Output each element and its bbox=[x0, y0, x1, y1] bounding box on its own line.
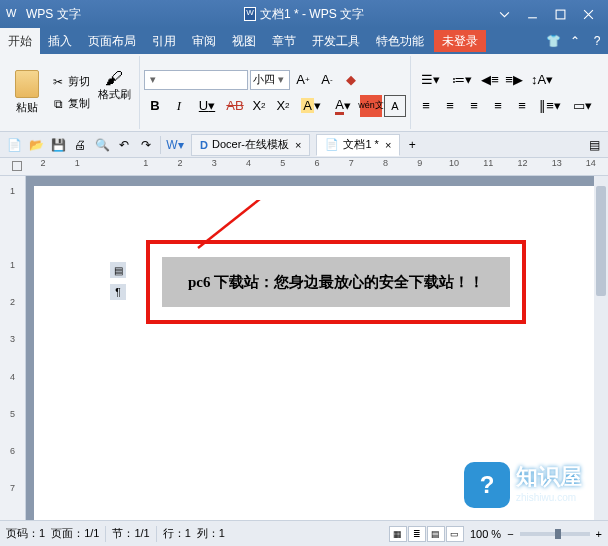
copy-icon: ⧉ bbox=[50, 96, 66, 112]
tab-layout[interactable]: 页面布局 bbox=[80, 28, 144, 54]
text-direction-button[interactable]: ↕A▾ bbox=[527, 69, 557, 91]
strike-button[interactable]: AB bbox=[224, 95, 246, 117]
wps-menu-button[interactable]: W▾ bbox=[165, 135, 185, 155]
ruler-tick: 12 bbox=[505, 158, 539, 175]
workspace: 11234567 ▤ ¶ pc6 下载站：您身边最放心的安全下载站！！ bbox=[0, 176, 608, 520]
align-distribute-button[interactable]: ≡ bbox=[511, 95, 533, 117]
ruler-tick: 11 bbox=[471, 158, 505, 175]
subscript-button[interactable]: X2 bbox=[272, 95, 294, 117]
grow-font-button[interactable]: A+ bbox=[292, 69, 314, 91]
font-size-select[interactable]: 小四▾ bbox=[250, 70, 290, 90]
minimize-ribbon-icon[interactable]: ⌃ bbox=[564, 34, 586, 48]
new-button[interactable]: 📄 bbox=[4, 135, 24, 155]
doc1-tab[interactable]: 📄文档1 *× bbox=[316, 134, 400, 156]
status-row[interactable]: 行：1 bbox=[163, 526, 191, 541]
status-col[interactable]: 列：1 bbox=[197, 526, 225, 541]
doc-title: 文档1 * - WPS 文字 bbox=[260, 6, 364, 23]
zoom-slider[interactable] bbox=[520, 532, 590, 536]
close-button[interactable] bbox=[574, 4, 602, 24]
undo-button[interactable]: ↶ bbox=[114, 135, 134, 155]
zoom-label[interactable]: 100 % bbox=[470, 528, 501, 540]
ruler-tick: 8 bbox=[368, 158, 402, 175]
clear-format-button[interactable]: ◆ bbox=[340, 69, 362, 91]
tab-insert[interactable]: 插入 bbox=[40, 28, 80, 54]
cut-button[interactable]: ✂剪切 bbox=[46, 71, 94, 93]
tab-list-button[interactable]: ▤ bbox=[584, 135, 604, 155]
decrease-indent-button[interactable]: ◀≡ bbox=[479, 69, 501, 91]
tab-review[interactable]: 审阅 bbox=[184, 28, 224, 54]
selected-text[interactable]: pc6 下载站：您身边最放心的安全下载站！！ bbox=[162, 257, 510, 307]
tab-view[interactable]: 视图 bbox=[224, 28, 264, 54]
open-button[interactable]: 📂 bbox=[26, 135, 46, 155]
copy-button[interactable]: ⧉复制 bbox=[46, 93, 94, 115]
bold-button[interactable]: B bbox=[144, 95, 166, 117]
docer-tab[interactable]: DDocer-在线模板× bbox=[191, 134, 310, 156]
print-preview-button[interactable]: 🔍 bbox=[92, 135, 112, 155]
ruler-tick: 3 bbox=[197, 158, 231, 175]
zoom-thumb[interactable] bbox=[555, 529, 561, 539]
skin-icon[interactable]: 👕 bbox=[542, 34, 564, 48]
ruler-tick: 9 bbox=[403, 158, 437, 175]
document-area: ▤ ¶ pc6 下载站：您身边最放心的安全下载站！！ bbox=[26, 176, 608, 520]
login-badge[interactable]: 未登录 bbox=[434, 30, 486, 52]
align-justify-button[interactable]: ≡ bbox=[487, 95, 509, 117]
font-name-select[interactable]: ▾ bbox=[144, 70, 248, 90]
scroll-thumb[interactable] bbox=[596, 186, 606, 296]
page[interactable]: ▤ ¶ pc6 下载站：您身边最放心的安全下载站！！ bbox=[34, 186, 598, 520]
help-icon[interactable]: ? bbox=[586, 34, 608, 48]
minimize-button[interactable] bbox=[518, 4, 546, 24]
underline-button[interactable]: U ▾ bbox=[192, 95, 222, 117]
align-center-button[interactable]: ≡ bbox=[439, 95, 461, 117]
view-web[interactable]: ▤ bbox=[427, 526, 445, 542]
bullets-button[interactable]: ☰▾ bbox=[415, 69, 445, 91]
format-painter-button[interactable]: 🖌格式刷 bbox=[94, 71, 135, 115]
paste-button[interactable]: 粘贴 bbox=[8, 56, 46, 129]
shading-button[interactable]: ▭▾ bbox=[567, 95, 597, 117]
tab-chapter[interactable]: 章节 bbox=[264, 28, 304, 54]
view-outline[interactable]: ≣ bbox=[408, 526, 426, 542]
quick-access-toolbar: 📄 📂 💾 🖨 🔍 ↶ ↷ W▾ DDocer-在线模板× 📄文档1 *× + … bbox=[0, 132, 608, 158]
view-reading[interactable]: ▭ bbox=[446, 526, 464, 542]
phonetic-guide-button[interactable]: wén文 bbox=[360, 95, 382, 117]
new-tab-button[interactable]: + bbox=[402, 135, 422, 155]
titlebar: W WPS 文字 W 文档1 * - WPS 文字 bbox=[0, 0, 608, 28]
ruler-tick: 2 bbox=[10, 297, 15, 334]
ruler-tick: 13 bbox=[540, 158, 574, 175]
print-button[interactable]: 🖨 bbox=[70, 135, 90, 155]
tab-special[interactable]: 特色功能 bbox=[368, 28, 432, 54]
save-button[interactable]: 💾 bbox=[48, 135, 68, 155]
view-print-layout[interactable]: ▦ bbox=[389, 526, 407, 542]
scrollbar-vertical[interactable] bbox=[594, 176, 608, 520]
numbering-button[interactable]: ≔▾ bbox=[447, 69, 477, 91]
nav-page-icon[interactable]: ▤ bbox=[110, 262, 126, 278]
status-section[interactable]: 节：1/1 bbox=[112, 526, 149, 541]
shrink-font-button[interactable]: A- bbox=[316, 69, 338, 91]
ruler-tick bbox=[94, 158, 128, 175]
ruler-tick: 6 bbox=[300, 158, 334, 175]
maximize-button[interactable] bbox=[546, 4, 574, 24]
font-color-button[interactable]: A▾ bbox=[328, 95, 358, 117]
status-page[interactable]: 页码：1 bbox=[6, 526, 45, 541]
superscript-button[interactable]: X2 bbox=[248, 95, 270, 117]
ruler-tick: 7 bbox=[334, 158, 368, 175]
ruler-vertical[interactable]: 11234567 bbox=[0, 176, 26, 520]
ruler-tick: 10 bbox=[437, 158, 471, 175]
line-spacing-button[interactable]: ‖≡▾ bbox=[535, 95, 565, 117]
zoom-in-button[interactable]: + bbox=[596, 528, 602, 540]
align-right-button[interactable]: ≡ bbox=[463, 95, 485, 117]
redo-button[interactable]: ↷ bbox=[136, 135, 156, 155]
char-border-button[interactable]: A bbox=[384, 95, 406, 117]
svg-rect-0 bbox=[556, 10, 565, 19]
dropdown-button[interactable] bbox=[490, 4, 518, 24]
nav-para-icon[interactable]: ¶ bbox=[110, 284, 126, 300]
italic-button[interactable]: I bbox=[168, 95, 190, 117]
tab-dev[interactable]: 开发工具 bbox=[304, 28, 368, 54]
zoom-out-button[interactable]: − bbox=[507, 528, 513, 540]
highlight-color-button[interactable]: A▾ bbox=[296, 95, 326, 117]
tab-start[interactable]: 开始 bbox=[0, 28, 40, 54]
status-page-val[interactable]: 页面：1/1 bbox=[51, 526, 99, 541]
increase-indent-button[interactable]: ≡▶ bbox=[503, 69, 525, 91]
align-left-button[interactable]: ≡ bbox=[415, 95, 437, 117]
ruler-horizontal[interactable]: 211234567891011121314 bbox=[0, 158, 608, 176]
tab-reference[interactable]: 引用 bbox=[144, 28, 184, 54]
